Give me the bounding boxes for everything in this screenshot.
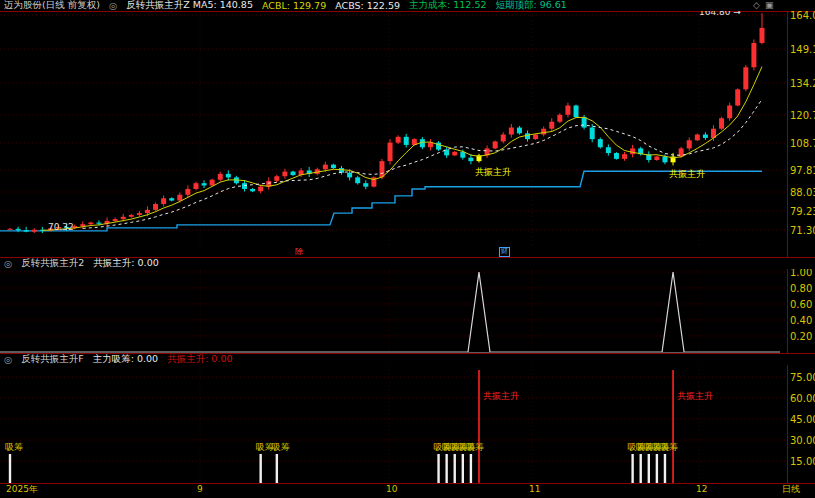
time-axis: 2025年 日线 9101112 bbox=[0, 484, 815, 498]
axis-month-label: 10 bbox=[386, 485, 397, 495]
candle-body bbox=[169, 198, 174, 200]
candle-body bbox=[331, 165, 336, 168]
candle-body bbox=[501, 134, 506, 141]
panel2-toggle-icon[interactable]: ◎ bbox=[4, 258, 12, 269]
resonance-label-p3: 共振主升 bbox=[677, 392, 713, 402]
candle-body bbox=[743, 67, 748, 89]
candle-body bbox=[388, 143, 393, 162]
candle-body bbox=[153, 204, 158, 210]
candle-body bbox=[323, 165, 328, 170]
main-ytick: 108.70 bbox=[790, 138, 815, 149]
period-selector[interactable]: 日线 bbox=[782, 485, 800, 495]
candle-body bbox=[614, 153, 619, 159]
candle-body bbox=[549, 122, 554, 129]
candle-body bbox=[161, 198, 166, 204]
candle-body bbox=[727, 106, 732, 119]
title-bar: 迈为股份(日线 前复权)◎反转共振主升Z MA5: 140.85ACBL: 12… bbox=[0, 0, 815, 11]
panel3-title: 反转共振主升F bbox=[21, 353, 83, 366]
finance-report-marker[interactable]: 财 bbox=[499, 247, 510, 257]
absorb-label: 吸筹 bbox=[660, 443, 678, 453]
p2-ytick: 0.20 bbox=[790, 331, 812, 342]
candle-body bbox=[145, 210, 150, 213]
candle-body bbox=[32, 230, 37, 232]
p2-spike bbox=[662, 272, 684, 352]
axis-month-label: 11 bbox=[529, 485, 540, 495]
axis-month-label: 12 bbox=[696, 485, 707, 495]
candle-body bbox=[541, 129, 546, 135]
resonance-label-p3: 共振主升 bbox=[483, 392, 519, 402]
p2-ytick: 0.60 bbox=[790, 299, 812, 310]
candle-body bbox=[751, 43, 756, 67]
candle-body bbox=[210, 180, 215, 186]
candle-body bbox=[347, 173, 352, 178]
candle-body bbox=[509, 128, 514, 135]
candle-body bbox=[218, 174, 223, 180]
candle-body bbox=[363, 183, 368, 186]
trading-app-window: { "window": { "title_segments": [ {"text… bbox=[0, 0, 815, 498]
candle-body bbox=[582, 117, 587, 127]
main-ytick: 97.81 bbox=[790, 165, 815, 176]
candle-body bbox=[193, 183, 198, 189]
candle-body bbox=[735, 89, 740, 105]
candle-body bbox=[88, 223, 93, 225]
main-cost-value: 主力成本: 112.52 bbox=[409, 0, 486, 12]
axis-month-label: 9 bbox=[197, 485, 203, 495]
candle-body bbox=[121, 217, 126, 219]
panel3-value-red: 共振主升: 0.00 bbox=[167, 353, 232, 366]
indicator-toggle-icon: ◎ bbox=[109, 0, 117, 11]
candle-body bbox=[282, 172, 287, 177]
candle-body bbox=[113, 219, 118, 221]
candle-body bbox=[468, 158, 473, 161]
candle-body bbox=[250, 189, 255, 191]
acbs-value: ACBS: 122.59 bbox=[335, 0, 400, 11]
acbl-value: ACBL: 129.79 bbox=[262, 0, 326, 11]
p3-ytick: 45.00 bbox=[790, 414, 815, 425]
candle-body bbox=[557, 115, 562, 122]
p3-ytick: 75.00 bbox=[790, 372, 815, 383]
main-ytick: 120.78 bbox=[790, 110, 815, 121]
candle-body bbox=[185, 189, 190, 195]
candle-body bbox=[662, 157, 667, 163]
resonance-label-main: 共振主升 bbox=[669, 170, 705, 180]
maximize-icon[interactable]: ▣ bbox=[765, 0, 774, 10]
panel3-header: ◎ 反转共振主升F 主力吸筹: 0.00 共振主升: 0.00 bbox=[0, 354, 815, 365]
stock-name: 迈为股份(日线 前复权) bbox=[4, 0, 100, 12]
candle-body bbox=[590, 128, 595, 140]
candle-body bbox=[258, 187, 263, 192]
candle-body bbox=[719, 118, 724, 128]
ex-dividend-marker[interactable]: 除 bbox=[295, 248, 303, 257]
p2-ytick: 0.40 bbox=[790, 315, 812, 326]
low-price-label: 70.32 bbox=[48, 223, 74, 233]
diamond-icon[interactable]: ◇ bbox=[753, 0, 760, 10]
absorb-label: 吸筹 bbox=[466, 443, 484, 453]
p3-ytick: 60.00 bbox=[790, 393, 815, 404]
candle-body bbox=[703, 134, 708, 137]
ma-line-MA5 bbox=[42, 67, 762, 231]
candle-body bbox=[80, 224, 85, 226]
candle-body bbox=[598, 139, 603, 147]
candle-body bbox=[630, 148, 635, 154]
candle-body bbox=[177, 195, 182, 201]
absorb-label: 吸筹 bbox=[272, 443, 290, 453]
candle-body bbox=[226, 174, 231, 177]
charts-canvas bbox=[0, 0, 815, 498]
candle-body bbox=[274, 176, 279, 181]
panel3-toggle-icon[interactable]: ◎ bbox=[4, 354, 12, 365]
candle-body bbox=[379, 161, 384, 177]
candle-body bbox=[687, 140, 692, 148]
candle-body bbox=[8, 229, 13, 230]
main-ytick: 149.11 bbox=[790, 44, 815, 55]
candle-body bbox=[129, 215, 134, 217]
candle-body bbox=[137, 213, 142, 215]
main-ytick: 88.03 bbox=[790, 187, 815, 198]
candle-body bbox=[24, 230, 29, 231]
p3-ytick: 30.00 bbox=[790, 435, 815, 446]
panel2-value: 共振主升: 0.00 bbox=[93, 257, 158, 270]
main-ytick: 164.06 bbox=[790, 10, 815, 21]
candle-body bbox=[622, 154, 627, 159]
p2-ytick: 0.80 bbox=[790, 283, 812, 294]
candle-body bbox=[574, 106, 579, 118]
panel3-value-white: 主力吸筹: 0.00 bbox=[93, 353, 158, 366]
p2-spike bbox=[468, 272, 490, 352]
panel2-title: 反转共振主升2 bbox=[21, 257, 84, 270]
